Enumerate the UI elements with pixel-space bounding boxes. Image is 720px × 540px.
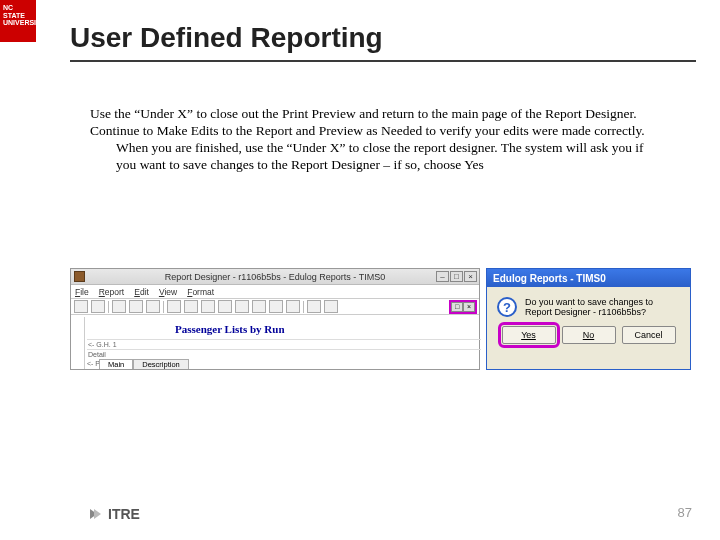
tool-btn[interactable] [167, 300, 181, 313]
designer-titlebar: Report Designer - r1106b5bs - Edulog Rep… [71, 269, 479, 285]
tool-btn[interactable] [146, 300, 160, 313]
tool-btn[interactable] [184, 300, 198, 313]
report-canvas: Passenger Lists by Run <- G.H. 1 Detail … [85, 317, 479, 369]
designer-tabs: Main Description [99, 359, 189, 369]
slide-body: Use the “Under X” to close out the Print… [90, 106, 650, 174]
tool-btn[interactable] [307, 300, 321, 313]
slide-content: User Defined Reporting Use the “Under X”… [70, 22, 696, 174]
toolbar-separator [303, 301, 304, 313]
designer-canvas-area: Passenger Lists by Run <- G.H. 1 Detail … [71, 317, 479, 369]
app-icon [74, 271, 85, 282]
band-group-header: <- G.H. 1 [87, 339, 481, 348]
tool-btn[interactable] [112, 300, 126, 313]
menu-edit[interactable]: Edit [134, 287, 149, 297]
designer-toolbar [71, 299, 479, 315]
itre-logo: ITRE [90, 506, 140, 522]
tool-btn[interactable] [269, 300, 283, 313]
tool-btn[interactable] [129, 300, 143, 313]
tool-btn[interactable] [91, 300, 105, 313]
tool-btn[interactable] [286, 300, 300, 313]
menu-format[interactable]: Format [187, 287, 214, 297]
dialog-titlebar: Edulog Reports - TIMS0 [487, 269, 690, 287]
tool-btn[interactable] [252, 300, 266, 313]
itre-logo-text: ITRE [108, 506, 140, 522]
ncsu-logo-block: NC STATE UNIVERSITY [0, 0, 36, 42]
slide-title: User Defined Reporting [70, 22, 696, 62]
designer-menubar: File Report Edit View Format [71, 285, 479, 299]
vertical-ruler [71, 317, 85, 369]
paragraph-2: Continue to Make Edits to the Report and… [90, 123, 650, 174]
window-buttons: – □ × [436, 271, 477, 282]
yes-button[interactable]: Yes [502, 326, 556, 344]
report-heading-field[interactable]: Passenger Lists by Run [175, 323, 285, 335]
tab-description[interactable]: Description [133, 359, 189, 369]
tool-btn[interactable] [74, 300, 88, 313]
toolbar-separator [108, 301, 109, 313]
dialog-button-row: Yes No Cancel [487, 326, 690, 352]
brand-line1: NC STATE [3, 4, 33, 19]
cancel-button[interactable]: Cancel [622, 326, 676, 344]
no-button[interactable]: No [562, 326, 616, 344]
maximize-button[interactable]: □ [450, 271, 463, 282]
itre-arrow-icon [90, 507, 104, 521]
save-dialog: Edulog Reports - TIMS0 ? Do you want to … [486, 268, 691, 370]
page-number: 87 [678, 505, 692, 520]
tool-btn[interactable] [324, 300, 338, 313]
brand-line2: UNIVERSITY [3, 19, 33, 27]
dialog-message: Do you want to save changes to Report De… [525, 297, 680, 318]
designer-window-title: Report Designer - r1106b5bs - Edulog Rep… [165, 272, 385, 282]
paragraph-1: Use the “Under X” to close out the Print… [90, 106, 650, 123]
tool-btn[interactable] [201, 300, 215, 313]
dialog-title: Edulog Reports - TIMS0 [493, 273, 606, 284]
close-button[interactable]: × [464, 271, 477, 282]
band-detail: Detail [87, 349, 481, 358]
dialog-body: ? Do you want to save changes to Report … [487, 287, 690, 326]
question-icon: ? [497, 297, 517, 317]
tool-btn[interactable] [235, 300, 249, 313]
minimize-button[interactable]: – [436, 271, 449, 282]
screenshot-row: Report Designer - r1106b5bs - Edulog Rep… [70, 268, 692, 370]
toolbar-separator [163, 301, 164, 313]
menu-file[interactable]: File [75, 287, 89, 297]
menu-report[interactable]: Report [99, 287, 125, 297]
report-designer-window: Report Designer - r1106b5bs - Edulog Rep… [70, 268, 480, 370]
menu-view[interactable]: View [159, 287, 177, 297]
tab-main[interactable]: Main [99, 359, 133, 369]
tool-btn[interactable] [218, 300, 232, 313]
